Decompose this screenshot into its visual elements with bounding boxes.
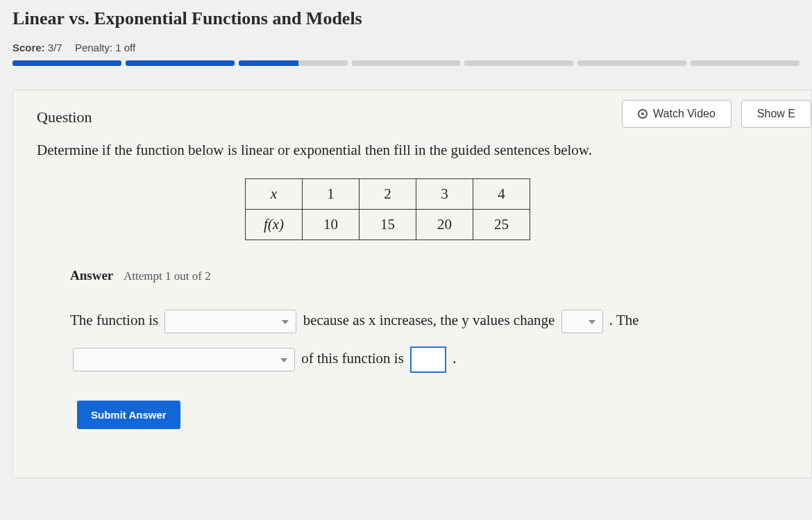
value-input[interactable]: [410, 346, 446, 373]
score-value: 3/7: [48, 42, 62, 53]
watch-video-button[interactable]: Watch Video: [622, 100, 731, 128]
answer-label: Answer: [70, 268, 113, 283]
quantity-select[interactable]: [73, 348, 295, 371]
sentence-part1: The function is: [70, 312, 158, 328]
penalty-value: 1 off: [115, 42, 135, 53]
sentence-part5: .: [452, 350, 456, 367]
change-type-select[interactable]: [561, 310, 603, 333]
penalty-label: Penalty:: [75, 42, 112, 53]
progress-seg: [12, 60, 121, 66]
table-cell: 1: [303, 179, 360, 210]
table-cell: 15: [360, 210, 416, 240]
table-cell: 2: [360, 179, 416, 210]
score-label: Score:: [12, 42, 45, 53]
table-cell: 10: [303, 210, 360, 240]
submit-answer-button[interactable]: Submit Answer: [77, 401, 180, 429]
progress-seg: [352, 60, 461, 66]
progress-seg: [239, 60, 348, 66]
question-card: Watch Video Show E Question Determine if…: [12, 90, 812, 478]
table-cell: f(x): [246, 210, 303, 240]
sentence-part4: of this function is: [301, 350, 404, 367]
page-title: Linear vs. Exponential Functions and Mod…: [0, 0, 812, 42]
table-cell: x: [246, 179, 303, 210]
progress-bar: [12, 60, 800, 66]
card-actions: Watch Video Show E: [622, 100, 811, 128]
function-table: x 1 2 3 4 f(x) 10 15 20 25: [245, 178, 530, 240]
table-row: x 1 2 3 4: [246, 179, 530, 210]
table-cell: 4: [473, 179, 530, 210]
table-row: f(x) 10 15 20 25: [246, 210, 530, 240]
guided-sentence: The function is because as x increases, …: [70, 301, 788, 377]
attempt-text: Attempt 1 out of 2: [124, 269, 211, 283]
table-cell: 25: [473, 210, 530, 240]
sentence-part3: . The: [609, 312, 639, 328]
record-icon: [638, 109, 648, 119]
question-prompt: Determine if the function below is linea…: [37, 142, 788, 159]
score-text: Score: 3/7 Penalty: 1 off: [12, 42, 800, 53]
progress-seg: [577, 60, 686, 66]
show-examples-label: Show E: [757, 108, 795, 120]
watch-video-label: Watch Video: [653, 108, 716, 120]
progress-seg: [464, 60, 573, 66]
answer-header: Answer Attempt 1 out of 2: [70, 268, 788, 283]
progress-seg: [691, 60, 800, 66]
show-examples-button[interactable]: Show E: [741, 100, 811, 128]
table-cell: 20: [416, 210, 473, 240]
function-type-select[interactable]: [164, 310, 296, 333]
score-region: Score: 3/7 Penalty: 1 off: [0, 42, 812, 72]
progress-seg: [126, 60, 235, 66]
sentence-part2: because as x increases, the y values cha…: [303, 312, 555, 328]
table-cell: 3: [416, 179, 473, 210]
